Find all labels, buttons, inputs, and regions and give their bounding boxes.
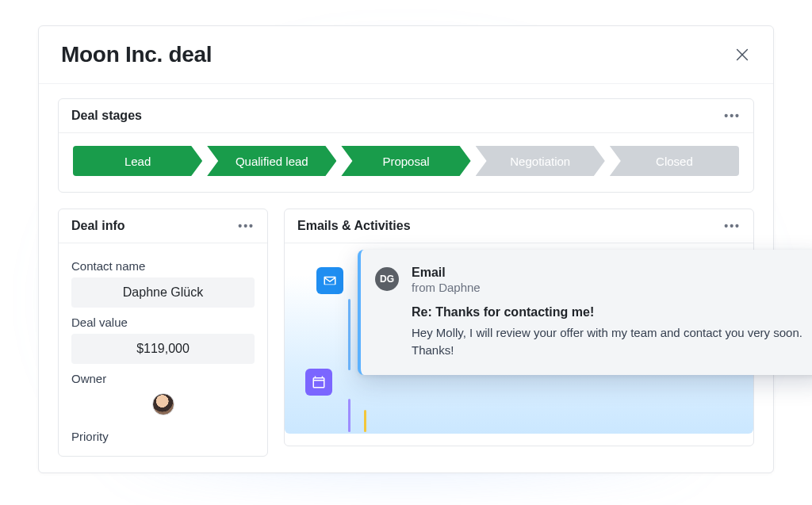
stage-label: Lead	[124, 155, 151, 168]
stage-label: Closed	[656, 155, 693, 168]
deal-info-card: Deal info ••• Contact name Daphne Glück …	[58, 209, 268, 457]
email-preview-card[interactable]: DG Email from Daphne Re: Thanks for cont…	[358, 250, 812, 375]
deal-value-field[interactable]: $119,000	[71, 334, 255, 364]
activity-from-label: from Daphne	[412, 281, 806, 294]
stage-qualified-lead[interactable]: Qualified lead	[207, 146, 336, 176]
owner-label: Owner	[71, 372, 255, 385]
email-body: Hey Molly, I will review your offer with…	[412, 324, 806, 359]
deal-value-label: Deal value	[71, 316, 255, 329]
timeline-segment	[348, 299, 350, 370]
deal-stages-card: Deal stages ••• Lead Qualified lead Prop…	[58, 98, 754, 193]
stage-lead[interactable]: Lead	[73, 146, 202, 176]
contact-name-label: Contact name	[71, 259, 255, 273]
email-subject: Re: Thanks for contacting me!	[412, 305, 806, 319]
email-icon[interactable]	[316, 267, 343, 294]
panel-header: Moon Inc. deal	[39, 26, 773, 84]
calendar-icon[interactable]	[305, 369, 332, 396]
close-icon[interactable]	[733, 46, 751, 63]
timeline-segment	[348, 399, 350, 432]
activity-type-label: Email	[412, 266, 806, 280]
owner-avatar[interactable]	[152, 393, 174, 415]
deal-panel: Moon Inc. deal Deal stages ••• Lead Qual…	[38, 25, 774, 473]
deal-info-title: Deal info	[71, 219, 125, 233]
stage-proposal[interactable]: Proposal	[341, 146, 470, 176]
stage-label: Proposal	[382, 155, 429, 168]
stage-negotiation[interactable]: Negotiation	[476, 146, 605, 176]
sender-avatar: DG	[375, 267, 399, 291]
more-icon[interactable]: •••	[724, 109, 741, 122]
stages-row: Lead Qualified lead Proposal Negotiation…	[59, 133, 753, 192]
more-icon[interactable]: •••	[724, 220, 741, 232]
contact-name-field[interactable]: Daphne Glück	[71, 277, 255, 308]
priority-label: Priority	[71, 430, 255, 443]
activities-title: Emails & Activities	[297, 219, 411, 233]
activities-card: Emails & Activities •••	[284, 209, 754, 446]
stage-closed[interactable]: Closed	[610, 146, 739, 176]
page-title: Moon Inc. deal	[61, 42, 212, 67]
stage-label: Negotiation	[510, 155, 570, 168]
timeline-segment	[364, 410, 366, 432]
more-icon[interactable]: •••	[238, 220, 255, 232]
stage-label: Qualified lead	[236, 155, 308, 168]
deal-stages-title: Deal stages	[71, 109, 142, 123]
